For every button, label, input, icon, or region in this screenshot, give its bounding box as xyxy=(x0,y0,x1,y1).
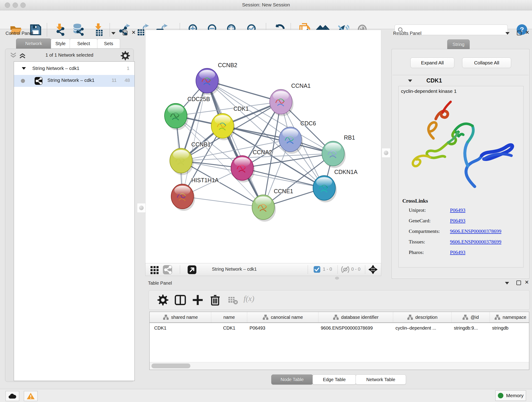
control-panel: Control Panel ✕ Network Style Select Set… xyxy=(2,30,137,382)
column-header-namespace[interactable]: namespace xyxy=(490,312,529,322)
column-header-label: canonical name xyxy=(271,315,303,320)
collection-count: 1 xyxy=(127,65,129,71)
table-cell-database-identifier[interactable]: 9606.ENSP00000378699 xyxy=(318,323,393,333)
crosslink-label: Compartments: xyxy=(409,228,440,234)
network-node-hist1h1a[interactable] xyxy=(171,184,195,211)
column-header-description[interactable]: description xyxy=(393,312,452,322)
network-node-cdc25b[interactable] xyxy=(165,103,188,130)
panel-menu-icon[interactable] xyxy=(505,32,510,35)
crosslink-row: GeneCard:P06493 xyxy=(409,218,431,224)
tab-node-table[interactable]: Node Table xyxy=(271,375,313,385)
tab-network-table[interactable]: Network Table xyxy=(355,375,406,385)
network-graph[interactable]: CCNB2CCNA1CDC25BCDK1CDC6RB1CCNB1CCNA2CDK… xyxy=(146,30,381,263)
column-header-database-identifier[interactable]: database identifier xyxy=(318,312,393,322)
left-splitter-handle[interactable] xyxy=(137,203,146,213)
birdseye-view-icon[interactable] xyxy=(187,265,197,276)
node-label-hist1h1a: HIST1H1A xyxy=(191,177,219,183)
column-header-label: name xyxy=(223,315,235,320)
panel-float-icon[interactable] xyxy=(516,281,521,285)
network-node-cdk1[interactable] xyxy=(211,114,235,140)
edge-count: 48 xyxy=(125,77,130,83)
hidden-node-edge-counts: 0 - 0 xyxy=(351,267,360,272)
table-header-row: shared namenamecanonical namedatabase id… xyxy=(150,312,529,323)
table-horizontal-scrollbar[interactable] xyxy=(150,362,529,370)
network-node-ccne1[interactable] xyxy=(252,195,276,222)
table-cell--id[interactable]: stringdb:9... xyxy=(452,323,490,333)
warning-button[interactable] xyxy=(24,391,38,401)
column-header--id[interactable]: @id xyxy=(452,312,490,322)
bottom-splitter-handle[interactable] xyxy=(335,277,339,280)
separator xyxy=(180,265,180,274)
panel-float-icon[interactable] xyxy=(517,31,521,35)
expand-all-button[interactable]: Expand All xyxy=(410,57,454,68)
crosslink-value-link[interactable]: P06493 xyxy=(450,207,465,213)
network-share-view-icon[interactable] xyxy=(163,265,172,274)
table-cell-canonical-name[interactable]: P06493 xyxy=(247,323,318,333)
cloud-status-button[interactable] xyxy=(6,391,19,401)
panel-menu-icon[interactable] xyxy=(505,282,509,284)
node-label-cdk1: CDK1 xyxy=(234,105,249,112)
protein-section-collapse-icon[interactable] xyxy=(408,80,412,82)
protein-description: cyclin-dependent kinase 1 xyxy=(401,89,457,94)
table-cell-shared-name[interactable]: CDK1 xyxy=(150,323,211,333)
grid-view-icon[interactable] xyxy=(150,265,159,274)
table-cell-description[interactable]: cyclin–dependent ... xyxy=(393,323,452,333)
panel-close-icon[interactable]: ✕ xyxy=(525,31,529,34)
fit-content-crosshair-icon[interactable] xyxy=(368,265,378,275)
network-column-tree-icon xyxy=(333,314,339,320)
crosslink-label: Tissues: xyxy=(409,239,425,245)
column-header-name[interactable]: name xyxy=(211,312,247,322)
crosslink-value-link[interactable]: 9606.ENSP00000378699 xyxy=(450,228,501,234)
tab-network[interactable]: Network xyxy=(16,38,51,49)
network-options-gear-icon[interactable] xyxy=(120,51,130,61)
network-node-ccnb2[interactable] xyxy=(196,68,220,95)
delete-table-icon xyxy=(228,294,238,306)
network-edge[interactable] xyxy=(207,81,263,207)
selected-indicator-checkbox[interactable] xyxy=(314,266,320,273)
scrollbar-thumb[interactable] xyxy=(152,364,190,368)
node-label-ccnb1: CCNB1 xyxy=(191,141,211,148)
tab-sets[interactable]: Sets xyxy=(97,38,120,49)
window-title-bar: Session: New Session xyxy=(0,0,532,10)
panel-close-icon[interactable]: ✕ xyxy=(132,31,136,34)
panel-menu-icon[interactable] xyxy=(111,32,115,35)
tab-select[interactable]: Select xyxy=(70,38,98,49)
show-columns-icon[interactable] xyxy=(174,294,186,306)
column-header-shared-name[interactable]: shared name xyxy=(150,312,211,322)
memory-status-dot xyxy=(498,393,503,398)
table-cell-name[interactable]: CDK1 xyxy=(211,323,247,333)
crosslink-value-link[interactable]: 9606.ENSP00000378699 xyxy=(450,239,501,245)
separator xyxy=(308,265,308,274)
string-results-container: Expand All Collapse All CDK1 cyclin-depe… xyxy=(392,49,529,279)
current-network-name: String Network – cdk1 xyxy=(212,267,257,272)
network-node-rb1[interactable] xyxy=(322,141,346,168)
network-node-cdkn1a[interactable] xyxy=(313,176,337,202)
node-label-ccne1: CCNE1 xyxy=(274,188,293,194)
collapse-all-button[interactable]: Collapse All xyxy=(462,57,511,68)
right-splitter-handle[interactable] xyxy=(382,148,390,158)
memory-button[interactable]: Memory xyxy=(495,390,526,401)
network-tree-selected-row[interactable]: String Network – cdk1 11 48 xyxy=(14,75,134,87)
table-cell-namespace[interactable]: stringdb xyxy=(490,323,529,333)
network-node-ccna2[interactable] xyxy=(231,156,255,182)
table-options-gear-icon[interactable] xyxy=(157,294,169,306)
tab-string[interactable]: String xyxy=(447,39,470,50)
panel-float-icon[interactable] xyxy=(123,31,127,35)
create-column-icon[interactable] xyxy=(192,294,204,306)
network-canvas[interactable]: CCNB2CCNA1CDC25BCDK1CDC6RB1CCNB1CCNA2CDK… xyxy=(145,30,381,264)
main-toolbar: ? xyxy=(0,10,532,29)
protein-details-card: cyclin-dependent kinase 1 xyxy=(399,86,524,268)
network-tree-root-row[interactable]: String Network – cdk1 1 xyxy=(14,63,134,75)
panel-close-icon[interactable]: ✕ xyxy=(525,281,529,284)
crosslink-value-link[interactable]: P06493 xyxy=(450,218,465,224)
network-column-tree-icon xyxy=(263,314,268,320)
network-node-ccna1[interactable] xyxy=(270,89,293,116)
tree-expand-icon[interactable] xyxy=(22,67,26,70)
column-header-canonical-name[interactable]: canonical name xyxy=(247,312,318,322)
tab-edge-table[interactable]: Edge Table xyxy=(312,375,356,385)
delete-column-icon[interactable] xyxy=(209,294,221,306)
column-header-label: database identifier xyxy=(341,315,379,320)
tab-style[interactable]: Style xyxy=(51,38,70,49)
node-table[interactable]: shared namenamecanonical namedatabase id… xyxy=(149,312,529,370)
crosslink-value-link[interactable]: P06493 xyxy=(450,249,465,255)
